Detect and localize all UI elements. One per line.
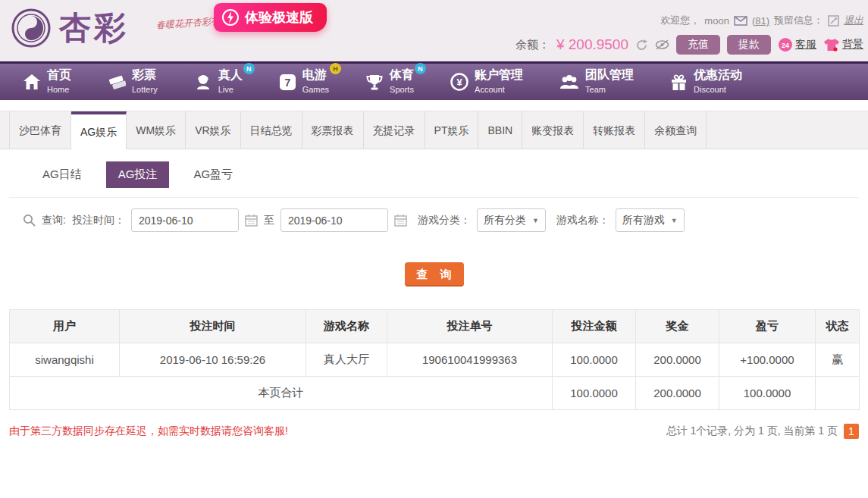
main-nav: 首页Home 彩票Lottery 真人Live N 7 电游Games H 体育… — [0, 64, 868, 100]
summary-status-empty — [816, 377, 860, 410]
refresh-balance-icon[interactable] — [635, 39, 648, 52]
cell-status: 赢 — [816, 343, 860, 377]
tab-deposit-withdraw-record[interactable]: 充提记录 — [364, 111, 425, 149]
col-header-bet-amount: 投注金额 — [553, 310, 636, 343]
tab-vr-entertainment[interactable]: VR娱乐 — [186, 111, 240, 149]
withdraw-button[interactable]: 提款 — [727, 35, 771, 55]
game-name-label: 游戏名称： — [556, 214, 609, 227]
nav-item-sports[interactable]: 体育Sports N — [365, 68, 414, 96]
trophy-icon — [365, 74, 384, 91]
logo[interactable]: 杏彩 — [9, 6, 129, 50]
bets-table: 用户 投注时间 游戏名称 投注单号 投注金额 奖金 盈亏 状态 siwangqi… — [9, 309, 860, 410]
game-name-select[interactable]: 所有游戏 ▼ — [616, 208, 685, 232]
summary-bet-amount: 100.0000 — [553, 377, 636, 410]
query-submit-button[interactable]: 查 询 — [405, 262, 464, 287]
tab-wm-entertainment[interactable]: WM娱乐 — [127, 111, 186, 149]
game-category-value: 所有分类 — [484, 214, 526, 227]
chevron-down-icon: ▼ — [671, 217, 678, 224]
nav-item-live[interactable]: 真人Live N — [194, 68, 243, 96]
recharge-button[interactable]: 充值 — [676, 35, 720, 55]
welcome-row: 欢迎您， moon (81) 预留信息： 退出 — [660, 14, 863, 27]
tab-ag-entertainment[interactable]: AG娱乐 — [71, 111, 127, 149]
welcome-text: 欢迎您， — [660, 14, 700, 27]
cell-user: siwangqishi — [10, 343, 120, 377]
cell-bet-time: 2019-06-10 16:59:26 — [120, 343, 306, 377]
svg-text:¥: ¥ — [456, 77, 462, 88]
home-icon — [23, 74, 41, 90]
tab-daily-overview[interactable]: 日结总览 — [241, 111, 302, 149]
pagination: 总计 1个记录, 分为 1 页, 当前第 1 页 1 — [666, 424, 859, 439]
ag-subtabs: AG日结 AG投注 AG盈亏 — [9, 149, 859, 198]
nav-label-en: Live — [218, 85, 233, 94]
nav-badge-new: N — [243, 63, 255, 74]
coin-yuan-icon: ¥ — [450, 73, 468, 91]
svg-text:24: 24 — [782, 42, 789, 49]
chevron-down-icon: ▼ — [532, 217, 539, 224]
logout-link[interactable]: 退出 — [844, 14, 863, 27]
lightning-icon — [221, 8, 240, 27]
nav-label-zh: 彩票 — [132, 68, 156, 81]
tab-account-change-report[interactable]: 账变报表 — [522, 111, 584, 149]
username: moon — [704, 15, 729, 27]
nav-item-account[interactable]: ¥ 账户管理Account — [450, 68, 523, 96]
reserved-info-label: 预留信息： — [774, 14, 823, 27]
svg-text:7: 7 — [284, 77, 290, 89]
pagination-summary: 总计 1个记录, 分为 1 页, 当前第 1 页 — [666, 424, 838, 438]
table-header-row: 用户 投注时间 游戏名称 投注单号 投注金额 奖金 盈亏 状态 — [10, 310, 860, 343]
mail-icon[interactable] — [734, 16, 747, 26]
nav-label-zh: 电游 — [302, 68, 327, 81]
nav-label-zh: 团队管理 — [585, 68, 634, 81]
slot-seven-icon: 7 — [279, 74, 296, 91]
subtab-ag-profit[interactable]: AG盈亏 — [181, 161, 245, 188]
subtab-ag-daily[interactable]: AG日结 — [30, 161, 94, 188]
nav-item-discount[interactable]: 优惠活动Discount — [670, 68, 742, 96]
summary-prize: 200.0000 — [636, 377, 719, 410]
balance-value: ¥ 200.9500 — [556, 36, 628, 53]
cell-prize: 200.0000 — [636, 343, 719, 377]
speed-badge-label: 体验极速版 — [245, 8, 313, 27]
nav-item-games[interactable]: 7 电游Games H — [279, 68, 329, 96]
game-category-label: 游戏分类： — [418, 214, 471, 227]
customer-service-link[interactable]: 24 客服 — [778, 37, 816, 52]
nav-label-en: Discount — [694, 85, 726, 94]
nav-item-team[interactable]: 团队管理Team — [559, 68, 634, 96]
nav-label-zh: 优惠活动 — [694, 68, 742, 81]
date-to-input[interactable] — [280, 208, 388, 232]
table-row: siwangqishi 2019-06-10 16:59:26 真人大厅 190… — [10, 343, 860, 377]
tab-pt-entertainment[interactable]: PT娱乐 — [425, 111, 479, 149]
hide-balance-eye-icon[interactable] — [655, 39, 669, 50]
calendar-icon[interactable] — [245, 214, 258, 227]
shirt-icon — [823, 38, 840, 52]
tab-lottery-report[interactable]: 彩票报表 — [302, 111, 364, 149]
speed-version-badge[interactable]: 体验极速版 — [214, 3, 327, 32]
nav-item-lottery[interactable]: 彩票Lottery — [108, 68, 158, 96]
ticket-icon — [108, 74, 126, 90]
col-header-prize: 奖金 — [636, 310, 719, 343]
background-link[interactable]: 背景 — [823, 38, 863, 52]
game-category-select[interactable]: 所有分类 ▼ — [477, 208, 546, 232]
nav-label-en: Account — [475, 85, 505, 94]
report-tabs: 沙巴体育 AG娱乐 WM娱乐 VR娱乐 日结总览 彩票报表 充提记录 PT娱乐 … — [0, 111, 868, 149]
team-people-icon — [559, 74, 579, 90]
summary-label: 本页合计 — [10, 377, 553, 410]
subtab-ag-bets[interactable]: AG投注 — [106, 161, 170, 188]
header: 杏彩 春暖花开杏彩有你! 体验极速版 欢迎您， moon (81) 预留信息： … — [0, 0, 868, 64]
summary-profit: 100.0000 — [719, 377, 816, 410]
mail-count-link[interactable]: (81) — [752, 15, 769, 27]
delay-notice: 由于第三方数据同步存在延迟，如需实时数据请您咨询客服! — [9, 424, 288, 438]
nav-label-zh: 首页 — [47, 68, 71, 81]
date-from-input[interactable] — [131, 208, 239, 232]
page-button-1[interactable]: 1 — [844, 424, 859, 439]
cell-game-name: 真人大厅 — [306, 343, 387, 377]
balance-label: 余额： — [515, 38, 550, 52]
calendar-icon[interactable] — [394, 214, 407, 227]
tab-balance-query[interactable]: 余额查询 — [645, 111, 707, 149]
nav-item-home[interactable]: 首页Home — [23, 68, 71, 96]
tab-transfer-report[interactable]: 转账报表 — [584, 111, 645, 149]
tab-bbin[interactable]: BBIN — [478, 111, 522, 149]
tab-shaba-sports[interactable]: 沙巴体育 — [9, 111, 71, 149]
nav-label-en: Team — [585, 85, 606, 94]
search-query-label: 查询: — [42, 214, 66, 227]
nav-label-en: Home — [47, 85, 69, 94]
edit-note-icon[interactable] — [828, 15, 839, 27]
